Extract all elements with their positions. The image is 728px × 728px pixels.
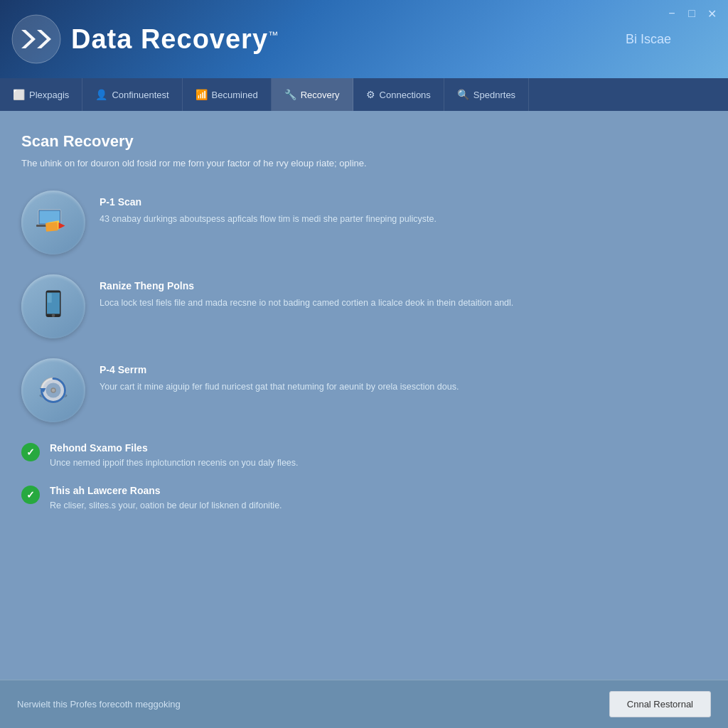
nav-bar: ⬜ Plexpagis 👤 Confinuentest 📶 Becumined …	[0, 78, 728, 111]
nav-label-recovery: Recovery	[301, 90, 340, 100]
feature-icon-disc	[21, 358, 85, 422]
feature-text-p1-scan: P-1 Scan 43 onabay durkings aboutspess a…	[100, 191, 707, 226]
nav-label-spednrtes: Spednrtes	[473, 90, 515, 100]
minimize-button[interactable]: −	[665, 7, 678, 20]
check-title-this-ah-lawcere: This ah Lawcere Roans	[50, 485, 282, 496]
nav-label-connections: Connections	[380, 90, 431, 100]
action-button[interactable]: Cnnal Restornal	[609, 691, 711, 717]
nav-item-plexpagis[interactable]: ⬜ Plexpagis	[0, 78, 82, 111]
nav-icon-confinuentest: 👤	[95, 89, 107, 100]
checkmark-icon-1	[21, 443, 40, 461]
svg-point-16	[52, 388, 55, 392]
nav-label-confinuentest: Confinuentest	[112, 90, 168, 100]
feature-desc-ranize-theng: Loca‌ lock tesl fiels file and mada recs…	[100, 296, 707, 310]
app-title: Data Recovery™	[71, 24, 279, 55]
svg-marker-6	[59, 223, 65, 229]
nav-icon-plexpagis: ⬜	[13, 89, 25, 100]
checkmark-icon-2	[21, 486, 40, 504]
nav-item-connections[interactable]: ⚙ Connections	[353, 78, 444, 111]
feature-icon-laptop	[21, 191, 85, 255]
app-logo: Data Recovery™	[11, 14, 279, 64]
check-text-this-ah-lawcere: This ah Lawcere Roans Re cliser, slites.…	[50, 485, 282, 513]
app-logo-icon	[11, 14, 61, 64]
check-item-this-ah-lawcere: This ah Lawcere Roans Re cliser, slites.…	[21, 485, 707, 513]
check-desc-this-ah-lawcere: Re cliser, slites.s your, oation be deur…	[50, 499, 282, 513]
title-bar: Data Recovery™ − □ ✕ Bi Iscae	[0, 0, 728, 78]
feature-text-ranize-theng: Ranize Theng Polns Loca‌ lock tesl fiels…	[100, 274, 707, 310]
page-title: Scan Recovery	[21, 132, 707, 151]
nav-icon-recovery: 🔧	[284, 89, 296, 100]
feature-icon-phone	[21, 274, 85, 338]
feature-title-p4-serrm: P-4 Serrm	[100, 364, 707, 375]
svg-rect-5	[46, 222, 58, 231]
nav-label-becumined: Becumined	[212, 90, 258, 100]
page-subtitle: The uhink on for douron old fosid ror me…	[21, 156, 707, 171]
footer-bar: Nerwielt this Profes forecoth meggoking …	[0, 680, 728, 728]
nav-item-confinuentest[interactable]: 👤 Confinuentest	[82, 78, 182, 111]
feature-desc-p4-serrm: Your cart it mine a‌iguip fer fiud nuric…	[100, 380, 707, 394]
close-button[interactable]: ✕	[705, 7, 718, 20]
nav-icon-spednrtes: 🔍	[457, 89, 469, 100]
check-text-rehond-sxamo: Rehond Sxamo Files Unce‌ nemed ippoif th…	[50, 442, 299, 470]
feature-title-ranize-theng: Ranize Theng Polns	[100, 280, 707, 291]
nav-item-spednrtes[interactable]: 🔍 Spednrtes	[444, 78, 529, 111]
svg-point-0	[12, 15, 60, 63]
feature-text-p4-serrm: P-4 Serrm Your cart it mine a‌iguip fer …	[100, 358, 707, 394]
nav-item-recovery[interactable]: 🔧 Recovery	[272, 78, 353, 111]
feature-item-p1-scan: P-1 Scan 43 onabay durkings aboutspess a…	[21, 191, 707, 255]
maximize-button[interactable]: □	[685, 7, 698, 20]
title-bar-subtitle: Bi Iscae	[626, 32, 671, 47]
check-desc-rehond-sxamo: Unce‌ nemed ippoif thes inplotunction re…	[50, 456, 299, 470]
svg-rect-10	[48, 293, 52, 303]
nav-icon-connections: ⚙	[366, 89, 375, 100]
nav-icon-becumined: 📶	[196, 89, 208, 100]
feature-item-ranize-theng: Ranize Theng Polns Loca‌ lock tesl fiels…	[21, 274, 707, 338]
feature-desc-p1-scan: 43 onabay durkings aboutspess apficals f…	[100, 212, 707, 226]
footer-text: Nerwielt this Profes forecoth meggoking	[17, 699, 181, 710]
check-item-rehond-sxamo: Rehond Sxamo Files Unce‌ nemed ippoif th…	[21, 442, 707, 470]
main-content: Scan Recovery The uhink on for douron ol…	[0, 111, 728, 728]
nav-label-plexpagis: Plexpagis	[29, 90, 69, 100]
check-title-rehond-sxamo: Rehond Sxamo Files	[50, 442, 299, 454]
nav-item-becumined[interactable]: 📶 Becumined	[183, 78, 272, 111]
svg-point-9	[52, 314, 55, 317]
feature-title-p1-scan: P-1 Scan	[100, 196, 707, 208]
feature-item-p4-serrm: P-4 Serrm Your cart it mine a‌iguip fer …	[21, 358, 707, 422]
window-controls[interactable]: − □ ✕	[665, 7, 718, 20]
